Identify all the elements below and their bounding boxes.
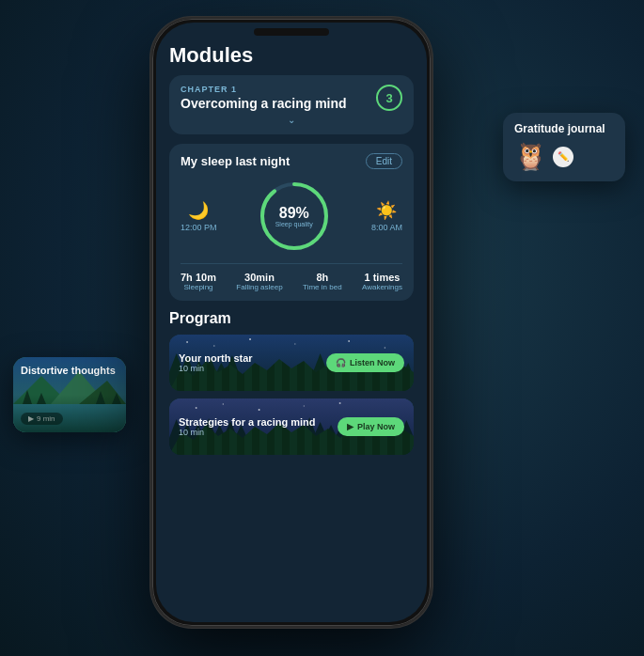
sleep-circle-row: 🌙 12:00 PM 89% Sleep quality — [181, 179, 402, 254]
play-label: Play Now — [357, 422, 395, 431]
stat-sleeping: 7h 10m Sleeping — [181, 272, 216, 291]
program-duration-2: 10 min — [179, 428, 315, 437]
waketime-label: 8:00 AM — [371, 223, 402, 232]
stat-time-in-bed: 8h Time in bed — [303, 272, 342, 291]
listen-label: Listen Now — [350, 358, 395, 367]
program-title: Program — [169, 310, 414, 327]
program-card-1[interactable]: Your north star 10 min 🎧 Listen Now — [169, 335, 414, 391]
program-info-2: Strategies for a racing mind 10 min — [179, 416, 315, 437]
phone-notch — [254, 28, 329, 36]
play-icon: ▶ — [347, 422, 353, 431]
sleep-header: My sleep last night Edit — [181, 153, 402, 169]
svg-marker-8 — [112, 393, 121, 404]
bedtime-item: 🌙 12:00 PM — [181, 200, 217, 232]
sleep-quality-label: Sleep quality — [275, 221, 313, 227]
stat-awakenings-label: Awakenings — [362, 283, 402, 291]
sleep-title: My sleep last night — [181, 154, 290, 168]
moon-icon: 🌙 — [181, 200, 217, 221]
program-name-2: Strategies for a racing mind — [179, 416, 315, 428]
sleep-card: My sleep last night Edit 🌙 12:00 PM — [169, 144, 414, 301]
program-duration-1: 10 min — [179, 364, 253, 373]
stat-falling-asleep-value: 30min — [236, 272, 282, 283]
svg-rect-1 — [13, 404, 126, 432]
stat-time-in-bed-value: 8h — [303, 272, 342, 283]
chevron-down-icon[interactable]: ⌄ — [181, 115, 402, 125]
program-content-1: Your north star 10 min 🎧 Listen Now — [169, 335, 414, 391]
phone-screen: Modules CHAPTER 1 Overcoming a racing mi… — [156, 23, 427, 622]
floating-card-image: Distortive thoughts ▶ 9 min — [13, 357, 126, 432]
program-card-2[interactable]: Strategies for a racing mind 10 min ▶ Pl… — [169, 398, 414, 455]
listen-icon: 🎧 — [336, 358, 346, 367]
chapter-card[interactable]: CHAPTER 1 Overcoming a racing mind 3 ⌄ — [169, 75, 414, 134]
modules-title: Modules — [169, 43, 414, 68]
stat-sleeping-value: 7h 10m — [181, 272, 216, 283]
svg-marker-6 — [37, 393, 46, 404]
stat-awakenings: 1 times Awakenings — [362, 272, 402, 291]
sleep-quality-circle: 89% Sleep quality — [257, 179, 332, 254]
sun-icon: ☀️ — [371, 200, 402, 221]
phone-shell: Modules CHAPTER 1 Overcoming a racing mi… — [150, 17, 432, 628]
chapter-label: CHAPTER 1 — [181, 85, 402, 94]
waketime-item: ☀️ 8:00 AM — [371, 200, 402, 232]
floating-left-title: Distortive thoughts — [21, 365, 116, 377]
chapter-title: Overcoming a racing mind — [181, 96, 402, 111]
floating-card-right[interactable]: Gratitude journal 🦉 ✏️ — [503, 113, 625, 181]
edit-button[interactable]: ✏️ — [553, 147, 573, 167]
stat-awakenings-value: 1 times — [362, 272, 402, 283]
edit-button[interactable]: Edit — [366, 153, 402, 169]
sleep-quality-percent: 89% — [275, 205, 313, 222]
program-info-1: Your north star 10 min — [179, 352, 253, 373]
floating-card-left[interactable]: Distortive thoughts ▶ 9 min — [13, 357, 126, 432]
play-now-button[interactable]: ▶ Play Now — [338, 417, 404, 436]
floating-right-title: Gratitude journal — [514, 122, 614, 135]
floating-left-play[interactable]: ▶ 9 min — [21, 413, 63, 425]
owl-icon: 🦉 — [514, 141, 547, 172]
play-triangle-icon: ▶ — [28, 414, 34, 423]
stat-falling-asleep: 30min Falling asleep — [236, 272, 282, 291]
chapter-badge: 3 — [376, 85, 402, 111]
floating-left-duration: 9 min — [37, 414, 55, 423]
listen-now-button[interactable]: 🎧 Listen Now — [326, 353, 404, 372]
bedtime-label: 12:00 PM — [181, 223, 217, 232]
program-name-1: Your north star — [179, 352, 253, 364]
stat-falling-asleep-label: Falling asleep — [236, 283, 282, 291]
stat-time-in-bed-label: Time in bed — [303, 283, 342, 291]
screen-content: Modules CHAPTER 1 Overcoming a racing mi… — [156, 23, 427, 622]
program-content-2: Strategies for a racing mind 10 min ▶ Pl… — [169, 398, 414, 455]
stat-sleeping-label: Sleeping — [181, 283, 216, 291]
sleep-stats: 7h 10m Sleeping 30min Falling asleep 8h … — [181, 263, 402, 291]
